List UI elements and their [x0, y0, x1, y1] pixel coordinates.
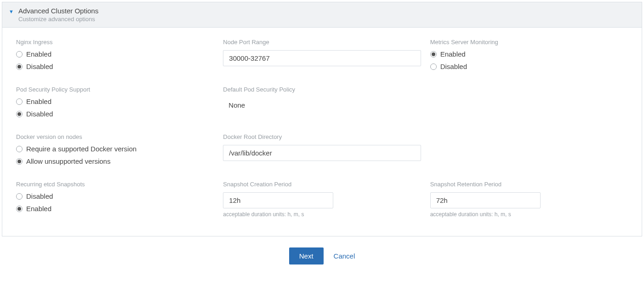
field-label: Docker Root Directory [223, 133, 421, 140]
docker-version-allow-radio[interactable]: Allow unsupported versions [16, 157, 214, 165]
docker-root-dir-input[interactable] [223, 145, 421, 161]
default-pod-security-policy-field: Default Pod Security Policy None [223, 86, 421, 118]
field-label: Node Port Range [223, 39, 421, 46]
docker-version-require-radio[interactable]: Require a supported Docker version [16, 145, 214, 153]
snapshot-retention-field: Snapshot Retention Period acceptable dur… [430, 181, 628, 218]
field-label: Docker version on nodes [16, 133, 214, 140]
advanced-cluster-options-panel: ▼ Advanced Cluster Options Customize adv… [2, 2, 642, 236]
radio-label: Disabled [26, 192, 53, 200]
default-pod-security-policy-value: None [223, 98, 421, 113]
panel-header: ▼ Advanced Cluster Options Customize adv… [2, 2, 642, 28]
field-label: Metrics Server Monitoring [430, 39, 628, 46]
docker-root-dir-field: Docker Root Directory [223, 133, 421, 165]
field-label: Pod Security Policy Support [16, 86, 214, 93]
radio-label: Allow unsupported versions [26, 157, 110, 165]
cancel-button[interactable]: Cancel [334, 252, 355, 260]
pod-security-support-field: Pod Security Policy Support Enabled Disa… [16, 86, 214, 118]
docker-version-field: Docker version on nodes Require a suppor… [16, 133, 214, 165]
metrics-server-field: Metrics Server Monitoring Enabled Disabl… [430, 39, 628, 70]
nginx-ingress-enabled-radio[interactable]: Enabled [16, 50, 214, 58]
panel-title: Advanced Cluster Options [18, 7, 98, 15]
snapshot-creation-field: Snapshot Creation Period acceptable dura… [223, 181, 421, 218]
radio-label: Enabled [26, 98, 51, 105]
metrics-server-disabled-radio[interactable]: Disabled [430, 63, 628, 70]
etcd-snapshots-enabled-radio[interactable]: Enabled [16, 205, 214, 213]
helper-text: acceptable duration units: h, m, s [223, 211, 421, 218]
field-label: Default Pod Security Policy [223, 86, 421, 93]
panel-subtitle: Customize advanced options [18, 16, 98, 23]
next-button[interactable]: Next [289, 247, 324, 264]
snapshot-creation-input[interactable] [223, 192, 333, 208]
radio-label: Disabled [440, 63, 467, 70]
pod-security-disabled-radio[interactable]: Disabled [16, 110, 214, 118]
field-label: Snapshot Retention Period [430, 181, 628, 188]
snapshot-retention-input[interactable] [430, 192, 541, 208]
etcd-snapshots-field: Recurring etcd Snapshots Disabled Enable… [16, 181, 214, 218]
radio-label: Disabled [26, 110, 53, 118]
radio-label: Enabled [440, 50, 466, 58]
node-port-range-input[interactable] [223, 50, 421, 66]
radio-label: Require a supported Docker version [26, 145, 137, 153]
pod-security-enabled-radio[interactable]: Enabled [16, 98, 214, 105]
radio-label: Disabled [26, 63, 53, 70]
node-port-range-field: Node Port Range [223, 39, 421, 70]
metrics-server-enabled-radio[interactable]: Enabled [430, 50, 628, 58]
nginx-ingress-field: Nginx Ingress Enabled Disabled [16, 39, 214, 70]
panel-body: Nginx Ingress Enabled Disabled Node Port… [2, 28, 642, 236]
etcd-snapshots-disabled-radio[interactable]: Disabled [16, 192, 214, 200]
helper-text: acceptable duration units: h, m, s [430, 211, 628, 218]
collapse-caret-icon[interactable]: ▼ [9, 9, 14, 14]
field-label: Recurring etcd Snapshots [16, 181, 214, 188]
footer-actions: Next Cancel [0, 238, 644, 278]
field-label: Nginx Ingress [16, 39, 214, 46]
radio-label: Enabled [26, 205, 51, 213]
field-label: Snapshot Creation Period [223, 181, 421, 188]
nginx-ingress-disabled-radio[interactable]: Disabled [16, 63, 214, 70]
radio-label: Enabled [26, 50, 51, 58]
